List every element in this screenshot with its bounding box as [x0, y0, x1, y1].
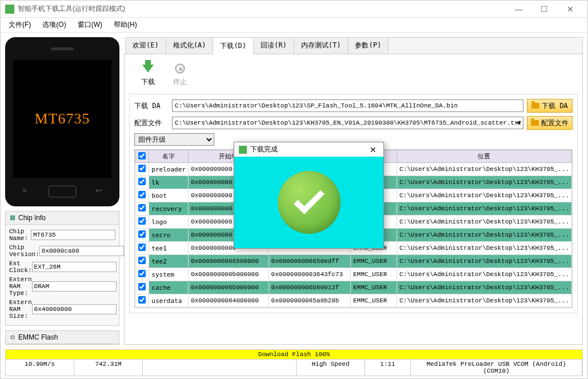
row-location: C:\Users\Administrator\Desktop\123\KH370…	[397, 202, 571, 216]
dialog-title: 下载完成	[250, 145, 367, 154]
tab-param[interactable]: 参数(P)	[348, 38, 389, 54]
svg-point-2	[12, 337, 14, 338]
close-button[interactable]: ✕	[557, 1, 583, 17]
row-checkbox[interactable]	[135, 294, 149, 308]
row-name: secro	[149, 229, 189, 242]
row-checkbox[interactable]	[135, 163, 149, 176]
row-name: preloader	[149, 163, 189, 176]
row-name: lk	[149, 176, 189, 189]
row-checkbox[interactable]	[135, 176, 149, 189]
ram-size-label: Extern RAM Size:	[9, 299, 32, 320]
checkmark-icon	[294, 183, 325, 214]
row-end: 0x0000000085a8b28b	[269, 294, 350, 308]
da-browse-button[interactable]: 下载 DA	[527, 99, 573, 113]
stop-button[interactable]: 停止	[173, 61, 187, 87]
window-title: 智能手机下载工具(运行时跟踪模式)	[18, 4, 506, 14]
scatter-path-input[interactable]	[172, 117, 523, 129]
download-arrow-icon	[142, 65, 154, 73]
menu-file[interactable]: 文件(F)	[3, 18, 37, 32]
row-location: C:\Users\Administrator\Desktop\123\KH370…	[397, 163, 571, 176]
row-checkbox[interactable]	[135, 202, 149, 216]
row-name: cache	[149, 281, 189, 294]
chip-ver-value[interactable]	[39, 246, 124, 256]
phone-menu-icon: ≡	[22, 186, 27, 195]
download-label: 下载	[141, 77, 155, 87]
chip-info-title: Chip Info	[18, 214, 46, 222]
ram-type-value[interactable]	[32, 281, 117, 292]
status-size: 742.31M	[74, 360, 143, 376]
row-location: C:\Users\Administrator\Desktop\123\KH370…	[397, 242, 571, 255]
download-button[interactable]: 下载	[141, 61, 155, 87]
header-name[interactable]: 名字	[149, 150, 189, 163]
tab-welcome[interactable]: 欢迎(E)	[126, 38, 166, 54]
row-checkbox[interactable]	[135, 268, 149, 281]
header-check[interactable]	[135, 150, 149, 163]
status-speed: 10.90M/s	[6, 360, 74, 376]
row-checkbox[interactable]	[135, 216, 149, 229]
checkmark-circle-icon	[278, 171, 341, 234]
row-region: EMMC_USER	[351, 255, 397, 268]
menubar: 文件(F) 选项(O) 窗口(W) 帮助(H)	[1, 18, 587, 33]
table-row[interactable]: cache0x000000006b0000000x000000006b80012…	[135, 281, 572, 294]
row-location: C:\Users\Administrator\Desktop\123\KH370…	[397, 216, 571, 229]
titlebar: 智能手机下载工具(运行时跟踪模式) — ☐ ✕	[1, 1, 587, 18]
stop-label: 停止	[173, 77, 187, 87]
row-end: 0x0000000003643fc73	[269, 268, 350, 281]
row-name: recovery	[149, 202, 189, 216]
dialog-close-button[interactable]: ✕	[367, 145, 379, 154]
row-region: EMMC_USER	[351, 294, 397, 308]
row-location: C:\Users\Administrator\Desktop\123\KH370…	[397, 176, 571, 189]
row-region: EMMC_USER	[351, 281, 397, 294]
folder-icon	[531, 103, 539, 109]
tab-download[interactable]: 下载(D)	[213, 38, 254, 54]
scatter-label: 配置文件	[134, 118, 169, 128]
row-begin: 0x000000006b000000	[188, 281, 269, 294]
table-row[interactable]: system0x000000000b0000000x0000000003643f…	[135, 268, 572, 281]
row-checkbox[interactable]	[135, 281, 149, 294]
menu-help[interactable]: 帮助(H)	[108, 18, 143, 32]
phone-preview: MT6735 ≡ ↩	[5, 37, 119, 206]
tab-memtest[interactable]: 内存测试(T)	[294, 38, 349, 54]
success-dialog: 下载完成 ✕	[234, 142, 384, 249]
dropdown-arrow-icon[interactable]	[515, 119, 521, 127]
chip-ver-label: Chip Version:	[9, 244, 39, 258]
tab-readback[interactable]: 回读(R)	[254, 38, 294, 54]
row-checkbox[interactable]	[135, 242, 149, 255]
tab-format[interactable]: 格式化(A)	[166, 38, 214, 54]
phone-screen: MT6735	[13, 60, 111, 178]
ext-clock-value[interactable]	[32, 262, 117, 272]
row-name: system	[149, 268, 189, 281]
stop-icon	[175, 63, 185, 74]
scatter-browse-button[interactable]: 配置文件	[527, 116, 573, 130]
status-empty	[143, 360, 297, 376]
row-checkbox[interactable]	[135, 229, 149, 242]
status-mode: High Speed	[297, 360, 365, 376]
menu-option[interactable]: 选项(O)	[37, 18, 71, 32]
menu-window[interactable]: 窗口(W)	[72, 18, 108, 32]
row-checkbox[interactable]	[135, 255, 149, 268]
chip-name-value[interactable]	[31, 230, 115, 240]
statusbar: Download Flash 100% 10.90M/s 742.31M Hig…	[5, 349, 583, 376]
da-label: 下载 DA	[134, 101, 169, 111]
table-row[interactable]: userdata0x00000000840000000x0000000085a8…	[135, 294, 572, 308]
phone-back-icon: ↩	[95, 186, 102, 195]
row-name: logo	[149, 216, 189, 229]
row-begin: 0x0000000006500000	[188, 255, 269, 268]
minimize-button[interactable]: —	[506, 1, 531, 17]
row-location: C:\Users\Administrator\Desktop\123\KH370…	[397, 189, 571, 202]
progress-text: Download Flash 100%	[6, 350, 582, 360]
header-location[interactable]: 位置	[397, 150, 571, 163]
svg-rect-0	[10, 216, 15, 220]
gear-icon	[9, 334, 16, 341]
row-location: C:\Users\Administrator\Desktop\123\KH370…	[397, 268, 571, 281]
chip-icon	[9, 214, 16, 221]
table-row[interactable]: tee20x00000000065000000x000000000650edff…	[135, 255, 572, 268]
toolbar: 下载 停止	[129, 59, 578, 89]
maximize-button[interactable]: ☐	[531, 1, 557, 17]
emmc-title: EMMC Flash	[18, 333, 58, 341]
mode-select[interactable]: 固件升级	[134, 133, 214, 146]
row-location: C:\Users\Administrator\Desktop\123\KH370…	[397, 294, 571, 308]
row-checkbox[interactable]	[135, 189, 149, 202]
da-path-input[interactable]	[172, 99, 523, 112]
ram-size-value[interactable]	[32, 304, 117, 314]
